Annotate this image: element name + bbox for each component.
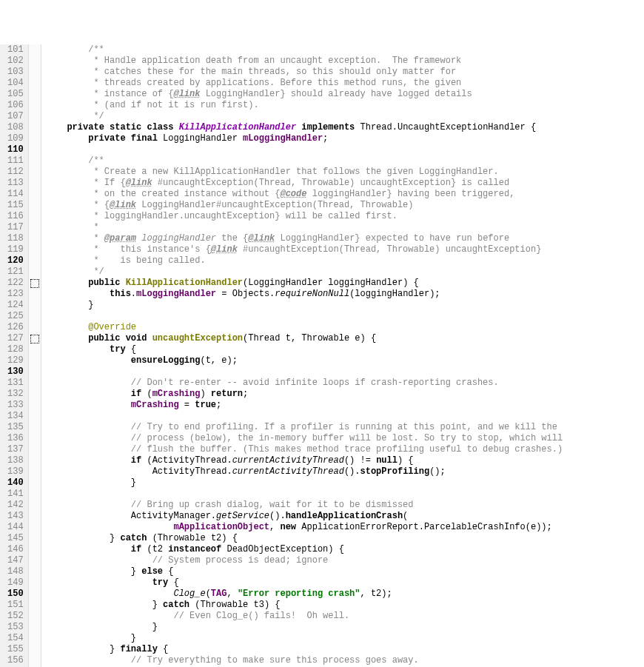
code-line: ActivityThread.currentActivityThread().s… [46, 466, 644, 477]
code-line: // process (below), the in-memory buffer… [46, 433, 644, 444]
code-line: } [46, 300, 644, 311]
code-line: this.mLoggingHandler = Objects.requireNo… [46, 289, 644, 300]
line-number: 123 [7, 289, 24, 300]
line-number: 101 [7, 44, 24, 56]
code-line: } catch (Throwable t3) { [46, 600, 644, 611]
code-line: mApplicationObject, new ApplicationError… [46, 522, 644, 533]
line-number: 116 [7, 211, 24, 222]
code-line: if (ActivityThread.currentActivityThread… [46, 455, 644, 466]
line-number: 128 [7, 344, 24, 355]
code-line: private final LoggingHandler mLoggingHan… [46, 133, 644, 144]
line-number: 143 [7, 511, 24, 522]
code-line: */ [46, 111, 644, 122]
code-line: * (and if not it is run first). [46, 100, 644, 111]
code-line: } finally { [46, 644, 644, 655]
code-line: * catches these for the main threads, so… [46, 67, 644, 78]
line-number: 146 [7, 544, 24, 555]
code-line: * Handle application death from an uncau… [46, 56, 644, 67]
code-line: ActivityManager.getService().handleAppli… [46, 511, 644, 522]
line-number: 121 [7, 267, 24, 278]
line-number: 149 [7, 577, 24, 589]
code-line: Clog_e(TAG, "Error reporting crash", t2)… [46, 589, 644, 600]
code-line: if (mCrashing) return; [46, 389, 644, 400]
code-line: * [46, 222, 644, 233]
line-number: 107 [7, 111, 24, 122]
code-line: } else { [46, 566, 644, 577]
line-number: 125 [7, 311, 24, 322]
line-number: 153 [7, 622, 24, 633]
line-number-gutter: 1011021031041051061071081091101111121131… [0, 44, 29, 667]
line-number: 155 [7, 644, 24, 655]
line-number: 118 [7, 233, 24, 244]
code-line: try { [46, 344, 644, 355]
line-number: 119 [7, 244, 24, 255]
code-line: } [46, 477, 644, 489]
fold-marker-icon[interactable] [30, 279, 39, 288]
line-number: 144 [7, 522, 24, 533]
line-number: 136 [7, 433, 24, 444]
line-number: 112 [7, 167, 24, 178]
line-number: 115 [7, 200, 24, 211]
code-line: * loggingHandler.uncaughtException} will… [46, 211, 644, 222]
code-line: // Try to end profiling. If a profiler i… [46, 422, 644, 433]
code-line [46, 144, 644, 155]
code-line: try { [46, 577, 644, 589]
line-number: 104 [7, 78, 24, 89]
code-line: // Bring up crash dialog, wait for it to… [46, 500, 644, 511]
line-number: 103 [7, 67, 24, 78]
line-number: 126 [7, 322, 24, 333]
line-number: 137 [7, 444, 24, 455]
code-line: private static class KillApplicationHand… [46, 122, 644, 133]
code-line: * If {@link #uncaughtException(Thread, T… [46, 178, 644, 189]
code-line: */ [46, 267, 644, 278]
line-number: 145 [7, 533, 24, 544]
line-number: 140 [7, 477, 24, 489]
line-number: 130 [7, 366, 24, 378]
code-editor: 1011021031041051061071081091101111121131… [0, 44, 644, 667]
line-number: 147 [7, 555, 24, 566]
code-area[interactable]: /** * Handle application death from an u… [41, 44, 644, 667]
code-line: * this instance's {@link #uncaughtExcept… [46, 244, 644, 255]
line-number: 133 [7, 400, 24, 411]
code-line: if (t2 instanceof DeadObjectException) { [46, 544, 644, 555]
line-number: 105 [7, 89, 24, 100]
line-number: 102 [7, 56, 24, 67]
fold-marker-icon[interactable] [30, 335, 39, 343]
code-line: // Even Clog_e() fails! Oh well. [46, 611, 644, 622]
code-line [46, 489, 644, 500]
line-number: 151 [7, 600, 24, 611]
line-number: 111 [7, 155, 24, 167]
code-line: /** [46, 155, 644, 167]
line-number: 129 [7, 355, 24, 366]
code-line: * Create a new KillApplicationHandler th… [46, 167, 644, 178]
code-line: // Don't re-enter -- avoid infinite loop… [46, 378, 644, 389]
code-line: // flush the buffer. (This makes method … [46, 444, 644, 455]
line-number: 108 [7, 122, 24, 133]
line-number: 114 [7, 189, 24, 200]
code-line: mCrashing = true; [46, 400, 644, 411]
line-number: 131 [7, 378, 24, 389]
line-number: 152 [7, 611, 24, 622]
line-number: 150 [7, 589, 24, 600]
code-line [46, 411, 644, 422]
line-number: 120 [7, 255, 24, 267]
line-number: 134 [7, 411, 24, 422]
code-line: /** [46, 44, 644, 56]
line-number: 109 [7, 133, 24, 144]
line-number: 148 [7, 566, 24, 577]
code-line: public void uncaughtException(Thread t, … [46, 333, 644, 344]
code-line: * instance of {@link LoggingHandler} sho… [46, 89, 644, 100]
line-number: 110 [7, 144, 24, 155]
code-line: // System process is dead; ignore [46, 555, 644, 566]
line-number: 156 [7, 655, 24, 666]
line-number: 106 [7, 100, 24, 111]
code-line [46, 311, 644, 322]
code-line: * {@link LoggingHandler#uncaughtExceptio… [46, 200, 644, 211]
line-number: 135 [7, 422, 24, 433]
line-number: 117 [7, 222, 24, 233]
line-number: 138 [7, 455, 24, 466]
code-line: * @param loggingHandler the {@link Loggi… [46, 233, 644, 244]
code-line: public KillApplicationHandler(LoggingHan… [46, 278, 644, 289]
code-line [46, 366, 644, 378]
code-line: // Try everything to make sure this proc… [46, 655, 644, 666]
